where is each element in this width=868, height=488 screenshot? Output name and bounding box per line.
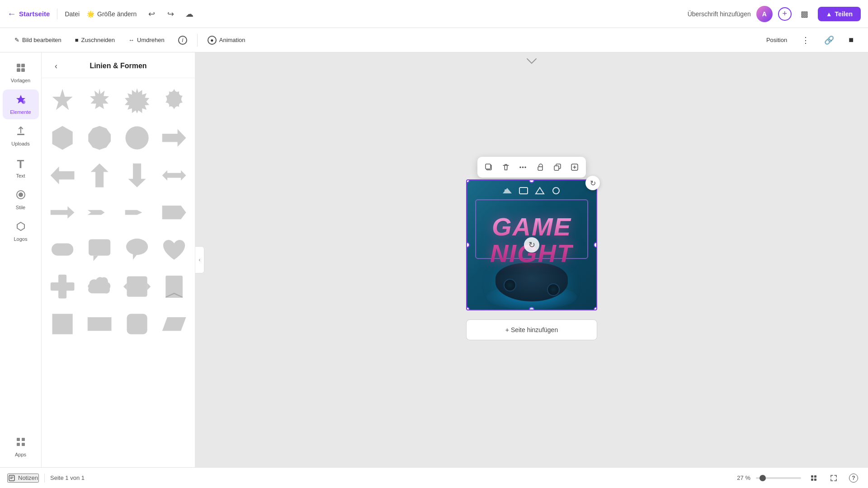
redo-button[interactable]: ↪	[163, 6, 178, 22]
shape-square[interactable]	[45, 307, 80, 341]
shape-star-10[interactable]	[45, 84, 80, 118]
datei-menu[interactable]: Datei	[65, 10, 80, 18]
svg-point-19	[125, 127, 148, 150]
add-collaborator-button[interactable]: +	[778, 7, 792, 21]
shape-decagon[interactable]	[82, 121, 117, 155]
toolbar-separator	[197, 34, 198, 47]
shape-arrow-right-thin[interactable]	[45, 195, 80, 230]
sidebar-item-elemente[interactable]: Elemente	[3, 89, 39, 119]
animation-button[interactable]: ● Animation	[202, 33, 251, 47]
page-grid-icon	[810, 474, 817, 482]
fullscreen-button[interactable]	[826, 471, 841, 485]
undo-button[interactable]: ↩	[144, 6, 159, 22]
svg-marker-24	[162, 170, 186, 180]
info-button[interactable]: i	[173, 33, 193, 47]
shape-pentagon[interactable]	[120, 195, 154, 230]
shape-rect-wide[interactable]	[82, 307, 117, 341]
collapse-arrow[interactable]	[526, 58, 537, 66]
shape-rect-rounded-sm[interactable]	[120, 307, 154, 341]
shapes-grid	[45, 84, 191, 341]
shape-cloud[interactable]	[82, 269, 117, 304]
center-rotate-handle[interactable]: ↻	[524, 237, 539, 253]
shape-arrow-down[interactable]	[120, 158, 154, 192]
float-copy-button[interactable]	[481, 160, 496, 175]
hide-panel-button[interactable]: ‹	[195, 246, 204, 273]
shape-arrow-left[interactable]	[45, 158, 80, 192]
svg-marker-18	[89, 126, 111, 150]
text-icon: T	[17, 157, 24, 171]
svg-marker-22	[91, 163, 108, 187]
groesse-btn[interactable]: 🌟 Größe ändern	[87, 10, 137, 18]
page-grid-button[interactable]	[807, 471, 821, 485]
float-duplicate-button[interactable]	[550, 160, 565, 175]
shape-arrow-up[interactable]	[82, 158, 117, 192]
notes-icon	[8, 474, 15, 482]
svg-marker-14	[52, 89, 73, 110]
svg-point-53	[553, 188, 559, 194]
float-lock-button[interactable]	[533, 160, 548, 175]
nav-actions: ↩ ↪ ☁	[144, 6, 197, 22]
share-button[interactable]: ▲ Teilen	[818, 7, 861, 21]
help-button[interactable]: ?	[846, 471, 861, 485]
shape-ribbon[interactable]	[157, 269, 191, 304]
float-add-button[interactable]	[567, 160, 582, 175]
panel-back-button[interactable]: ‹	[49, 59, 63, 73]
shape-badge-burst[interactable]	[120, 84, 154, 118]
shape-arrow-right[interactable]	[157, 121, 191, 155]
headline-add-label[interactable]: Überschrift hinzufügen	[688, 10, 751, 18]
position-button[interactable]: Position	[761, 34, 793, 46]
shape-burst-wavy[interactable]	[157, 84, 191, 118]
shape-rounded-rect[interactable]	[45, 232, 80, 267]
link-button[interactable]: 🔗	[819, 33, 840, 48]
shape-circle[interactable]	[120, 121, 154, 155]
sidebar-item-vorlagen[interactable]: Vorlagen	[3, 58, 39, 88]
sidebar-label-apps: Apps	[15, 452, 26, 457]
main-content: Vorlagen Elemente Uplo	[0, 52, 868, 467]
svg-rect-55	[811, 475, 813, 478]
notes-button[interactable]: Notizen	[7, 474, 39, 483]
shape-arrow-chevron[interactable]	[82, 195, 117, 230]
sidebar-item-uploads[interactable]: Uploads	[3, 121, 39, 151]
sidebar-item-logos[interactable]: Logos	[3, 216, 39, 246]
selection-handle-br[interactable]	[594, 307, 597, 310]
design-card[interactable]: GAME NIGHT	[466, 179, 597, 310]
home-link[interactable]: ← Startseite	[7, 9, 50, 19]
svg-marker-38	[147, 283, 151, 290]
shape-speech-bubble-rect[interactable]	[82, 232, 117, 267]
cloud-save-button[interactable]: ☁	[182, 6, 197, 22]
zoom-slider[interactable]	[756, 477, 801, 479]
rotate-handle[interactable]: ↻	[585, 176, 600, 190]
shape-parallelogram[interactable]	[157, 307, 191, 341]
toolbar-right: Position ⋮ 🔗 ■	[761, 33, 859, 48]
shape-badge-rect[interactable]	[120, 269, 154, 304]
svg-marker-17	[52, 126, 73, 150]
svg-rect-54	[9, 475, 14, 481]
more-options-button[interactable]: ■	[843, 33, 859, 47]
svg-marker-33	[133, 253, 138, 260]
selection-handle-mr[interactable]	[594, 242, 597, 248]
svg-rect-51	[519, 188, 528, 194]
shape-arrow-double[interactable]	[157, 158, 191, 192]
shape-tag[interactable]	[157, 195, 191, 230]
svg-rect-42	[88, 317, 112, 331]
svg-rect-48	[554, 166, 559, 170]
float-delete-button[interactable]	[498, 160, 514, 175]
shape-cross[interactable]	[45, 269, 80, 304]
float-more-button[interactable]: •••	[515, 160, 531, 175]
stats-button[interactable]: ▩	[797, 6, 812, 22]
sidebar-item-text[interactable]: T Text	[3, 153, 39, 183]
sidebar-item-stile[interactable]: Stile	[3, 185, 39, 215]
flip-button[interactable]: ↔ Umdrehen	[123, 34, 170, 46]
add-page-button[interactable]: + Seite hinzufügen	[466, 319, 597, 340]
flip-icon: ↔	[128, 37, 134, 43]
shape-starburst-12[interactable]	[82, 84, 117, 118]
shape-heart[interactable]	[157, 232, 191, 267]
crop-button[interactable]: ■ Zuschneiden	[70, 34, 120, 46]
svg-rect-29	[52, 244, 73, 256]
edit-image-button[interactable]: ✎ Bild bearbeiten	[9, 34, 67, 46]
shape-hexagon[interactable]	[45, 121, 80, 155]
nav-divider	[57, 9, 57, 19]
align-button[interactable]: ⋮	[796, 33, 815, 48]
sidebar-item-apps[interactable]: Apps	[3, 432, 39, 462]
shape-speech-bubble-round[interactable]	[120, 232, 154, 267]
